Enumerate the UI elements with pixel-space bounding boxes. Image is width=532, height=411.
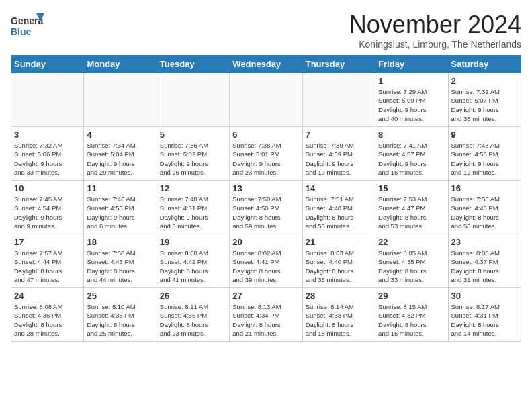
weekday-header-sunday: Sunday <box>11 56 84 73</box>
day-info: Sunrise: 7:48 AM Sunset: 4:51 PM Dayligh… <box>160 195 226 230</box>
day-info: Sunrise: 8:05 AM Sunset: 4:38 PM Dayligh… <box>378 248 445 284</box>
day-info: Sunrise: 7:53 AM Sunset: 4:47 PM Dayligh… <box>378 195 445 230</box>
location-subtitle: Koningslust, Limburg, The Netherlands <box>349 39 521 50</box>
weekday-header-row: SundayMondayTuesdayWednesdayThursdayFrid… <box>11 56 521 73</box>
calendar-cell: 28Sunrise: 8:14 AM Sunset: 4:33 PM Dayli… <box>302 288 375 342</box>
day-info: Sunrise: 8:10 AM Sunset: 4:35 PM Dayligh… <box>87 302 153 338</box>
day-number: 27 <box>232 291 299 301</box>
day-info: Sunrise: 8:17 AM Sunset: 4:31 PM Dayligh… <box>451 302 518 338</box>
calendar-cell: 9Sunrise: 7:43 AM Sunset: 4:56 PM Daylig… <box>448 127 521 181</box>
day-number: 16 <box>451 183 518 193</box>
calendar-cell <box>302 73 375 127</box>
week-row-4: 17Sunrise: 7:57 AM Sunset: 4:44 PM Dayli… <box>11 234 521 288</box>
weekday-header-thursday: Thursday <box>302 56 375 73</box>
week-row-1: 1Sunrise: 7:29 AM Sunset: 5:09 PM Daylig… <box>11 73 521 127</box>
day-number: 1 <box>378 76 445 86</box>
calendar-cell: 1Sunrise: 7:29 AM Sunset: 5:09 PM Daylig… <box>375 73 448 127</box>
calendar-cell <box>230 73 302 127</box>
svg-text:Blue: Blue <box>11 26 32 37</box>
day-info: Sunrise: 8:11 AM Sunset: 4:35 PM Dayligh… <box>160 302 226 338</box>
calendar-cell: 12Sunrise: 7:48 AM Sunset: 4:51 PM Dayli… <box>157 181 229 234</box>
day-number: 14 <box>306 183 372 193</box>
day-info: Sunrise: 8:02 AM Sunset: 4:41 PM Dayligh… <box>232 248 299 284</box>
day-number: 8 <box>378 130 445 140</box>
calendar-cell: 6Sunrise: 7:38 AM Sunset: 5:01 PM Daylig… <box>230 127 302 181</box>
day-info: Sunrise: 7:41 AM Sunset: 4:57 PM Dayligh… <box>378 141 445 177</box>
day-number: 5 <box>160 130 226 140</box>
day-number: 28 <box>306 291 372 301</box>
day-info: Sunrise: 7:34 AM Sunset: 5:04 PM Dayligh… <box>87 141 153 177</box>
day-info: Sunrise: 7:38 AM Sunset: 5:01 PM Dayligh… <box>232 141 299 177</box>
title-area: November 2024 Koningslust, Limburg, The … <box>349 11 521 50</box>
weekday-header-wednesday: Wednesday <box>230 56 302 73</box>
calendar-cell: 17Sunrise: 7:57 AM Sunset: 4:44 PM Dayli… <box>11 234 84 288</box>
day-number: 4 <box>87 130 153 140</box>
day-number: 22 <box>378 237 445 247</box>
day-number: 23 <box>451 237 518 247</box>
calendar-cell <box>84 73 157 127</box>
day-info: Sunrise: 7:39 AM Sunset: 4:59 PM Dayligh… <box>306 141 372 177</box>
day-info: Sunrise: 7:50 AM Sunset: 4:50 PM Dayligh… <box>232 195 299 230</box>
calendar-cell: 27Sunrise: 8:13 AM Sunset: 4:34 PM Dayli… <box>230 288 302 342</box>
day-info: Sunrise: 8:14 AM Sunset: 4:33 PM Dayligh… <box>306 302 372 338</box>
day-info: Sunrise: 7:43 AM Sunset: 4:56 PM Dayligh… <box>451 141 518 177</box>
weekday-header-tuesday: Tuesday <box>157 56 229 73</box>
day-info: Sunrise: 7:51 AM Sunset: 4:48 PM Dayligh… <box>306 195 372 230</box>
calendar-cell: 30Sunrise: 8:17 AM Sunset: 4:31 PM Dayli… <box>448 288 521 342</box>
month-title: November 2024 <box>349 11 521 39</box>
calendar-cell: 25Sunrise: 8:10 AM Sunset: 4:35 PM Dayli… <box>84 288 157 342</box>
calendar-cell: 24Sunrise: 8:08 AM Sunset: 4:36 PM Dayli… <box>11 288 84 342</box>
calendar-cell: 5Sunrise: 7:36 AM Sunset: 5:02 PM Daylig… <box>157 127 229 181</box>
day-number: 24 <box>14 291 81 301</box>
day-info: Sunrise: 7:29 AM Sunset: 5:09 PM Dayligh… <box>378 87 445 123</box>
calendar-cell: 20Sunrise: 8:02 AM Sunset: 4:41 PM Dayli… <box>230 234 302 288</box>
day-number: 11 <box>87 183 153 193</box>
day-number: 13 <box>232 183 299 193</box>
day-info: Sunrise: 8:08 AM Sunset: 4:36 PM Dayligh… <box>14 302 81 338</box>
calendar-cell: 2Sunrise: 7:31 AM Sunset: 5:07 PM Daylig… <box>448 73 521 127</box>
calendar-cell: 11Sunrise: 7:46 AM Sunset: 4:53 PM Dayli… <box>84 181 157 234</box>
day-number: 30 <box>451 291 518 301</box>
calendar-cell <box>157 73 229 127</box>
day-info: Sunrise: 7:45 AM Sunset: 4:54 PM Dayligh… <box>14 195 81 230</box>
day-number: 2 <box>451 76 518 86</box>
calendar-cell: 8Sunrise: 7:41 AM Sunset: 4:57 PM Daylig… <box>375 127 448 181</box>
day-number: 12 <box>160 183 226 193</box>
day-info: Sunrise: 8:06 AM Sunset: 4:37 PM Dayligh… <box>451 248 518 284</box>
day-info: Sunrise: 8:00 AM Sunset: 4:42 PM Dayligh… <box>160 248 226 284</box>
day-info: Sunrise: 7:58 AM Sunset: 4:43 PM Dayligh… <box>87 248 153 284</box>
day-info: Sunrise: 7:57 AM Sunset: 4:44 PM Dayligh… <box>14 248 81 284</box>
weekday-header-friday: Friday <box>375 56 448 73</box>
calendar-cell <box>11 73 84 127</box>
calendar-cell: 10Sunrise: 7:45 AM Sunset: 4:54 PM Dayli… <box>11 181 84 234</box>
calendar-cell: 22Sunrise: 8:05 AM Sunset: 4:38 PM Dayli… <box>375 234 448 288</box>
week-row-5: 24Sunrise: 8:08 AM Sunset: 4:36 PM Dayli… <box>11 288 521 342</box>
day-number: 29 <box>378 291 445 301</box>
day-number: 18 <box>87 237 153 247</box>
weekday-header-saturday: Saturday <box>448 56 521 73</box>
calendar-cell: 16Sunrise: 7:55 AM Sunset: 4:46 PM Dayli… <box>448 181 521 234</box>
day-info: Sunrise: 7:32 AM Sunset: 5:06 PM Dayligh… <box>14 141 81 177</box>
calendar-cell: 18Sunrise: 7:58 AM Sunset: 4:43 PM Dayli… <box>84 234 157 288</box>
calendar-table: SundayMondayTuesdayWednesdayThursdayFrid… <box>11 55 521 342</box>
calendar-cell: 29Sunrise: 8:15 AM Sunset: 4:32 PM Dayli… <box>375 288 448 342</box>
day-number: 21 <box>306 237 372 247</box>
day-info: Sunrise: 7:36 AM Sunset: 5:02 PM Dayligh… <box>160 141 226 177</box>
day-info: Sunrise: 7:31 AM Sunset: 5:07 PM Dayligh… <box>451 87 518 123</box>
calendar-cell: 26Sunrise: 8:11 AM Sunset: 4:35 PM Dayli… <box>157 288 229 342</box>
calendar-cell: 19Sunrise: 8:00 AM Sunset: 4:42 PM Dayli… <box>157 234 229 288</box>
week-row-2: 3Sunrise: 7:32 AM Sunset: 5:06 PM Daylig… <box>11 127 521 181</box>
weekday-header-monday: Monday <box>84 56 157 73</box>
day-number: 17 <box>14 237 81 247</box>
day-number: 7 <box>306 130 372 140</box>
day-info: Sunrise: 7:46 AM Sunset: 4:53 PM Dayligh… <box>87 195 153 230</box>
day-number: 15 <box>378 183 445 193</box>
calendar-cell: 21Sunrise: 8:03 AM Sunset: 4:40 PM Dayli… <box>302 234 375 288</box>
day-number: 25 <box>87 291 153 301</box>
day-number: 10 <box>14 183 81 193</box>
day-info: Sunrise: 7:55 AM Sunset: 4:46 PM Dayligh… <box>451 195 518 230</box>
calendar-cell: 4Sunrise: 7:34 AM Sunset: 5:04 PM Daylig… <box>84 127 157 181</box>
day-info: Sunrise: 8:13 AM Sunset: 4:34 PM Dayligh… <box>232 302 299 338</box>
calendar-cell: 15Sunrise: 7:53 AM Sunset: 4:47 PM Dayli… <box>375 181 448 234</box>
day-info: Sunrise: 8:15 AM Sunset: 4:32 PM Dayligh… <box>378 302 445 338</box>
